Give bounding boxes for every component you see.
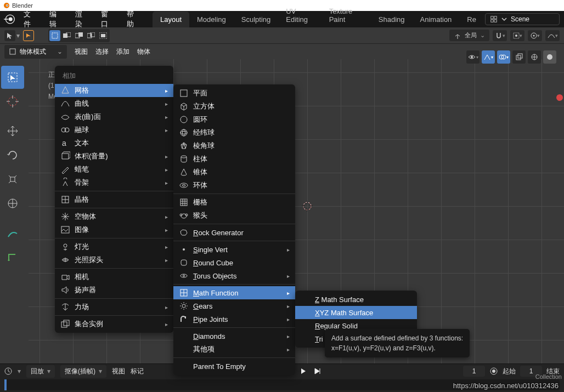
scene-field[interactable] <box>485 13 560 25</box>
current-frame[interactable]: 1 <box>463 366 485 377</box>
menu2-item[interactable]: Math Function▸ <box>173 286 295 299</box>
tab-modeling[interactable]: Modeling <box>189 12 234 27</box>
menu1-item-8[interactable]: 晶格 <box>55 193 173 206</box>
gizmo-toggle-icon[interactable]: ▾ <box>482 50 495 64</box>
menu1-item-3[interactable]: 融球▸ <box>55 123 173 137</box>
timeline-marker[interactable]: 标记 <box>131 367 144 376</box>
menu1-item-10[interactable]: 图像▸ <box>55 223 173 236</box>
menu2-item[interactable]: Pipe Joints▸ <box>173 313 295 326</box>
mode-select[interactable]: 物体模式 ⌄ <box>4 45 67 59</box>
menu1-item-15[interactable]: 力场▸ <box>55 300 173 314</box>
visibility-icon[interactable]: ▾ <box>466 50 480 64</box>
select-mode-subtract-icon[interactable] <box>74 30 84 41</box>
blender-logo-icon[interactable] <box>3 13 15 25</box>
timeline-view[interactable]: 视图 <box>112 367 125 376</box>
select-mode-intersect-icon[interactable] <box>86 30 97 41</box>
menu2-item[interactable]: 立方体 <box>173 100 295 113</box>
menu1-item-9[interactable]: 空物体▸ <box>55 210 173 223</box>
menu-render[interactable]: 渲染 <box>70 6 94 32</box>
menu1-item-12[interactable]: 光照探头▸ <box>55 253 173 266</box>
tab-texture[interactable]: Texture Paint <box>322 3 371 27</box>
menu-edit[interactable]: 编辑 <box>44 6 69 32</box>
overlay-toggle-icon[interactable]: ▾ <box>497 50 510 64</box>
tab-shading[interactable]: Shading <box>371 12 413 27</box>
menu2-item[interactable]: 柱体 <box>173 152 295 166</box>
jump-end-icon[interactable] <box>312 365 324 377</box>
keying-dropdown[interactable]: 抠像(插帧) ▾ <box>60 365 106 378</box>
menu2-item[interactable]: 平面 <box>173 87 295 100</box>
snap-toggle-icon[interactable]: ▾ <box>493 30 507 41</box>
menu1-item-14[interactable]: 扬声器 <box>55 283 173 297</box>
menu2-item[interactable]: 经纬球 <box>173 126 295 139</box>
tool-select-box[interactable] <box>1 66 24 89</box>
header-add[interactable]: 添加 <box>116 47 129 56</box>
orientation-dropdown[interactable]: 全局 ⌄ <box>449 30 489 41</box>
menu2-item[interactable]: Rock Generator <box>173 226 295 239</box>
tab-sculpting[interactable]: Sculpting <box>234 12 278 27</box>
chevron-down-icon[interactable]: ▾ <box>16 32 20 39</box>
select-mode-invert-icon[interactable] <box>98 30 109 41</box>
snap-element-icon[interactable]: ▾ <box>510 30 524 41</box>
header-select[interactable]: 选择 <box>95 47 109 56</box>
menu1-item-6[interactable]: 蜡笔▸ <box>55 163 173 176</box>
tool-scale[interactable] <box>1 168 24 191</box>
playhead[interactable] <box>4 379 7 390</box>
menu1-item-7[interactable]: 骨架▸ <box>55 176 173 189</box>
header-object[interactable]: 物体 <box>137 47 150 56</box>
autokey-icon[interactable] <box>489 367 498 376</box>
menu2-item[interactable]: 圆环 <box>173 113 295 126</box>
menu1-item-16[interactable]: 集合实例▸ <box>55 317 173 331</box>
svg-rect-8 <box>494 20 497 22</box>
menu2-item[interactable]: Diamonds▸ <box>173 329 295 343</box>
menu2-item[interactable]: Round Cube <box>173 256 295 269</box>
gizmo-x-icon[interactable] <box>556 94 563 101</box>
menu2-item[interactable]: 猴头 <box>173 209 295 222</box>
menu2-item[interactable]: 棱角球 <box>173 139 295 152</box>
menu2-item[interactable]: Gears▸ <box>173 299 295 313</box>
menu2-item[interactable]: 锥体 <box>173 166 295 179</box>
menu1-item-2[interactable]: 表(曲)面▸ <box>55 110 173 123</box>
shading-wire-icon[interactable] <box>528 50 541 64</box>
shading-solid-icon[interactable] <box>543 50 556 64</box>
menu1-item-11[interactable]: 灯光▸ <box>55 240 173 253</box>
proportional-icon[interactable]: ▾ <box>528 30 542 41</box>
menu-help[interactable]: 帮助 <box>121 6 146 32</box>
menu-file[interactable]: 文件 <box>18 6 43 32</box>
prop-falloff-icon[interactable]: ▾ <box>545 30 560 41</box>
menu-window[interactable]: 窗口 <box>95 6 120 32</box>
menu2-item[interactable]: 其他项▸ <box>173 343 295 356</box>
header-view[interactable]: 视图 <box>75 47 88 56</box>
menu1-item-1[interactable]: 曲线▸ <box>55 97 173 110</box>
menu3-item-1[interactable]: XYZ Math Surface <box>295 306 417 319</box>
select-mode-new-icon[interactable] <box>49 30 60 41</box>
menu2-item[interactable]: Parent To Empty <box>173 360 295 373</box>
menu2-item[interactable]: Torus Objects▸ <box>173 269 295 282</box>
tab-uv[interactable]: UV Editing <box>278 3 321 27</box>
xray-icon[interactable] <box>512 50 526 64</box>
tool-rotate[interactable] <box>1 144 24 167</box>
select-mode-extend-icon[interactable] <box>61 30 72 41</box>
menu1-item-13[interactable]: 相机 <box>55 270 173 283</box>
tool-measure[interactable] <box>1 246 24 269</box>
menu2-item[interactable]: 环体 <box>173 179 295 192</box>
menu2-item[interactable]: 栅格 <box>173 196 295 209</box>
tool-annotate[interactable] <box>1 221 24 245</box>
tool-cursor[interactable] <box>1 90 24 113</box>
tab-animation[interactable]: Animation <box>413 12 460 27</box>
chevron-down-icon[interactable]: ▾ <box>18 367 21 375</box>
tool-move[interactable] <box>1 120 24 143</box>
select-tool-icon[interactable] <box>4 30 15 41</box>
menu1-item-0[interactable]: 网格▸ <box>55 84 173 97</box>
menu3-item-0[interactable]: Z Math Surface <box>295 293 417 306</box>
playback-dropdown[interactable]: 回放 ▾ <box>26 365 55 378</box>
cursor-tool-icon[interactable] <box>23 30 34 41</box>
timeline-editor-icon[interactable] <box>4 367 12 375</box>
menu2-item[interactable]: Single Vert▸ <box>173 243 295 256</box>
next-key-icon[interactable] <box>297 365 309 377</box>
tool-transform[interactable] <box>1 192 24 215</box>
menu1-item-4[interactable]: a文本 <box>55 137 173 150</box>
tab-re[interactable]: Re <box>459 12 484 27</box>
scene-name-input[interactable] <box>511 15 555 23</box>
tab-layout[interactable]: Layout <box>153 12 189 27</box>
menu1-item-5[interactable]: 体积(音量)▸ <box>55 150 173 163</box>
